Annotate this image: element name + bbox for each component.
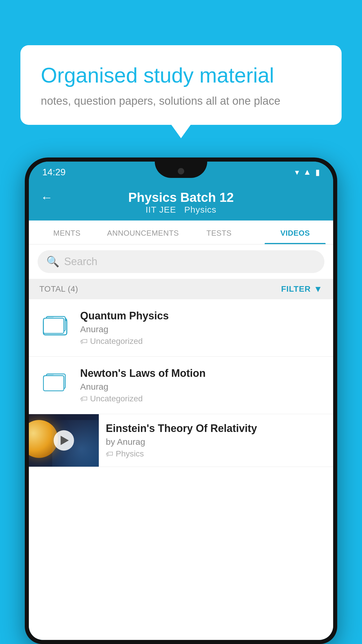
tab-ments[interactable]: MENTS (29, 220, 105, 244)
svg-rect-5 (43, 318, 64, 333)
play-triangle-icon (61, 436, 69, 445)
list-item[interactable]: Einstein's Theory Of Relativity by Anura… (29, 414, 333, 467)
filter-icon: ▼ (314, 284, 323, 294)
item-info: Einstein's Theory Of Relativity by Anura… (99, 414, 333, 467)
speech-bubble-subtitle: notes, question papers, solutions all at… (41, 95, 321, 107)
item-tag: 🏷 Uncategorized (80, 337, 324, 346)
item-author: Anurag (80, 382, 324, 392)
tag-icon: 🏷 (106, 449, 113, 459)
item-author: by Anurag (106, 437, 326, 447)
item-author: Anurag (80, 324, 324, 334)
video-list: Quantum Physics Anurag 🏷 Uncategorized (29, 299, 333, 467)
notch-camera (178, 168, 184, 174)
list-item[interactable]: Quantum Physics Anurag 🏷 Uncategorized (29, 299, 333, 357)
tag-icon: 🏷 (80, 394, 88, 403)
item-title: Quantum Physics (80, 310, 324, 322)
item-thumbnail (38, 310, 73, 339)
search-icon: 🔍 (46, 256, 59, 268)
tab-announcements[interactable]: ANNOUNCEMENTS (105, 220, 181, 244)
subtitle-physics: Physics (184, 205, 216, 214)
folder-icon (42, 369, 68, 395)
app-bar-title: Physics Batch 12 (128, 190, 234, 205)
tag-label: Physics (116, 449, 144, 459)
total-count: TOTAL (4) (39, 284, 78, 294)
tab-tests[interactable]: TESTS (181, 220, 257, 244)
speech-bubble-wrapper: Organised study material notes, question… (20, 45, 342, 125)
app-bar: ← Physics Batch 12 IIT JEE Physics (29, 183, 333, 220)
status-time: 14:29 (42, 167, 66, 178)
search-bar[interactable]: 🔍 Search (38, 250, 324, 273)
video-thumbnail (29, 414, 99, 467)
speech-bubble-title: Organised study material (41, 63, 321, 88)
item-tag: 🏷 Uncategorized (80, 394, 324, 403)
notch (155, 162, 207, 178)
filter-button[interactable]: FILTER ▼ (281, 284, 323, 294)
back-button[interactable]: ← (41, 190, 53, 204)
item-title: Newton's Laws of Motion (80, 367, 324, 379)
item-title: Einstein's Theory Of Relativity (106, 422, 326, 435)
app-bar-subtitle: IIT JEE Physics (145, 205, 216, 215)
app-bar-subtitle-text: IIT JEE Physics (145, 205, 216, 214)
list-item[interactable]: Newton's Laws of Motion Anurag 🏷 Uncateg… (29, 357, 333, 414)
phone-inner: 14:29 ▾ ▲ ▮ ← Physics Batch 12 IIT JEE P… (29, 162, 333, 640)
svg-rect-7 (43, 376, 64, 391)
item-info: Quantum Physics Anurag 🏷 Uncategorized (80, 310, 324, 346)
phone-frame: 14:29 ▾ ▲ ▮ ← Physics Batch 12 IIT JEE P… (25, 158, 337, 644)
speech-bubble: Organised study material notes, question… (20, 45, 342, 125)
search-input[interactable]: Search (64, 256, 97, 268)
item-info: Newton's Laws of Motion Anurag 🏷 Uncateg… (80, 367, 324, 403)
item-tag: 🏷 Physics (106, 449, 326, 459)
status-bar: 14:29 ▾ ▲ ▮ (29, 162, 333, 183)
tag-icon: 🏷 (80, 337, 88, 346)
tab-bar: MENTS ANNOUNCEMENTS TESTS VIDEOS (29, 220, 333, 244)
tag-label: Uncategorized (90, 394, 143, 403)
status-icons: ▾ ▲ ▮ (295, 167, 320, 177)
signal-icon: ▲ (303, 167, 311, 177)
phone-content: 🔍 Search TOTAL (4) FILTER ▼ (29, 244, 333, 640)
battery-icon: ▮ (315, 167, 320, 177)
subtitle-iitjee: IIT JEE (145, 205, 176, 214)
folder-icon (42, 311, 68, 337)
wifi-icon: ▾ (295, 167, 299, 177)
filter-label: FILTER (281, 284, 311, 294)
filter-bar: TOTAL (4) FILTER ▼ (29, 279, 333, 299)
item-thumbnail (38, 367, 73, 396)
tab-videos[interactable]: VIDEOS (257, 220, 333, 244)
search-bar-wrapper: 🔍 Search (29, 244, 333, 279)
app-bar-row: ← Physics Batch 12 (41, 190, 321, 205)
tag-label: Uncategorized (90, 337, 143, 346)
play-button[interactable] (54, 430, 74, 451)
